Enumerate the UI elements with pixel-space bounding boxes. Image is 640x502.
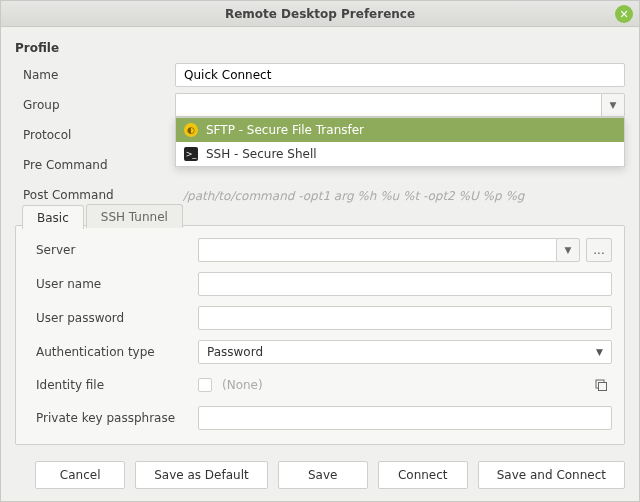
chevron-down-icon: ▼ [610,100,617,110]
passphrase-input[interactable] [198,406,612,430]
ellipsis-icon: ... [593,243,604,257]
group-input[interactable] [175,93,601,117]
sftp-icon: ◐ [184,123,198,137]
cancel-button[interactable]: Cancel [35,461,125,489]
tab-basic[interactable]: Basic [22,205,84,229]
save-default-button[interactable]: Save as Default [135,461,268,489]
basic-form: Server ▼ ... User name User password Aut… [28,238,612,430]
profile-form: Name Group ▼ ◐ SFTP - Secure File Transf… [15,63,625,207]
password-input[interactable] [198,306,612,330]
connect-button[interactable]: Connect [378,461,468,489]
copy-icon [594,378,608,392]
label-name: Name [15,68,165,82]
chevron-down-icon: ▼ [565,245,572,255]
auth-type-select[interactable]: Password ▼ [198,340,612,364]
save-connect-button[interactable]: Save and Connect [478,461,625,489]
protocol-option-sftp-label: SFTP - Secure File Transfer [206,123,364,137]
titlebar: Remote Desktop Preference ✕ [1,1,639,27]
group-dropdown-button[interactable]: ▼ [601,93,625,117]
protocol-option-sftp[interactable]: ◐ SFTP - Secure File Transfer [176,118,624,142]
save-default-button-label: Save as Default [154,468,249,482]
identity-file-row: (None) [198,374,612,396]
window: Remote Desktop Preference ✕ Profile Name… [0,0,640,502]
protocol-dropdown-panel: ◐ SFTP - Secure File Transfer >_ SSH - S… [175,117,625,167]
name-input[interactable] [175,63,625,87]
protocol-option-ssh[interactable]: >_ SSH - Secure Shell [176,142,624,166]
server-row: ▼ ... [198,238,612,262]
group-combo: ▼ ◐ SFTP - Secure File Transfer >_ SSH -… [175,93,625,117]
window-title: Remote Desktop Preference [225,7,415,21]
identity-file-checkbox[interactable] [198,378,212,392]
protocol-option-ssh-label: SSH - Secure Shell [206,147,317,161]
tab-ssh-tunnel-label: SSH Tunnel [101,210,168,224]
server-dropdown-button[interactable]: ▼ [556,238,580,262]
post-command-placeholder-text: /path/to/command -opt1 arg %h %u %t -opt… [183,189,524,203]
identity-file-browse-button[interactable] [590,374,612,396]
server-input[interactable] [198,238,556,262]
save-button-label: Save [308,468,337,482]
label-auth-type: Authentication type [28,345,188,359]
auth-type-value: Password [207,345,263,359]
server-combo: ▼ [198,238,580,262]
label-username: User name [28,277,188,291]
identity-file-value: (None) [222,378,580,392]
label-group: Group [15,98,165,112]
content-area: Profile Name Group ▼ ◐ SFTP - Secure Fil… [1,27,639,451]
cancel-button-label: Cancel [60,468,101,482]
button-bar: Cancel Save as Default Save Connect Save… [1,451,639,501]
svg-rect-1 [599,383,607,391]
label-identity-file: Identity file [28,378,188,392]
username-input[interactable] [198,272,612,296]
close-icon[interactable]: ✕ [615,5,633,23]
label-post-command: Post Command [15,188,165,202]
save-button[interactable]: Save [278,461,368,489]
label-server: Server [28,243,188,257]
save-connect-button-label: Save and Connect [497,468,606,482]
tab-basic-label: Basic [37,211,69,225]
profile-heading: Profile [15,41,625,55]
label-pre-command: Pre Command [15,158,165,172]
chevron-down-icon: ▼ [596,347,603,357]
tab-ssh-tunnel[interactable]: SSH Tunnel [86,204,183,228]
ssh-icon: >_ [184,147,198,161]
tab-frame: Basic SSH Tunnel Server ▼ ... User name … [15,225,625,445]
post-command-input-ghost[interactable]: /path/to/command -opt1 arg %h %u %t -opt… [175,183,625,207]
connect-button-label: Connect [398,468,448,482]
server-browse-button[interactable]: ... [586,238,612,262]
label-password: User password [28,311,188,325]
label-passphrase: Private key passphrase [28,411,188,425]
tabs: Basic SSH Tunnel [22,204,185,228]
label-protocol: Protocol [15,128,165,142]
